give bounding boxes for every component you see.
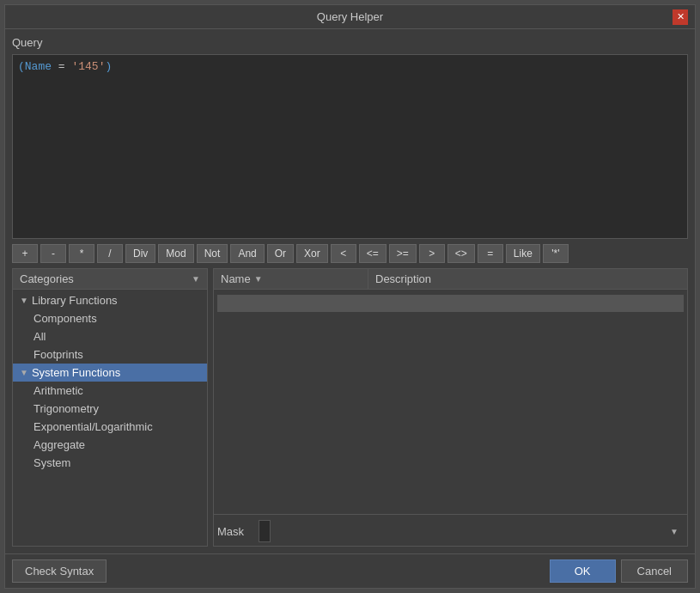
paren-open: ( xyxy=(18,60,25,73)
desc-col-label: Description xyxy=(375,272,431,285)
op-divide[interactable]: / xyxy=(97,244,123,263)
tree-item-aggregate-label: Aggregate xyxy=(33,438,85,451)
mask-select-wrapper: ▼ xyxy=(259,520,684,542)
tree-item-explog[interactable]: Exponential/Logarithmic xyxy=(13,418,207,436)
name-col-label: Name xyxy=(221,272,251,285)
op-neq[interactable]: <> xyxy=(447,244,475,263)
op-gt[interactable]: > xyxy=(419,244,445,263)
footer-left: Check Syntax xyxy=(12,559,107,583)
tree-arrow-system: ▼ xyxy=(20,368,28,377)
mask-label: Mask xyxy=(217,525,252,538)
tree-item-components[interactable]: Components xyxy=(13,309,207,327)
tree-item-footprints-label: Footprints xyxy=(33,348,83,361)
table-row[interactable] xyxy=(217,295,684,312)
tree-group-library[interactable]: ▼ Library Functions xyxy=(13,291,207,309)
right-panel-header: Name ▼ Description xyxy=(214,269,687,290)
middle-section: Categories ▼ ▼ Library Functions Compone… xyxy=(12,268,688,547)
tree-item-trigonometry[interactable]: Trigonometry xyxy=(13,400,207,418)
categories-label: Categories xyxy=(20,272,74,285)
operator-bar: + - * / Div Mod Not And Or Xor < <= >= >… xyxy=(12,244,688,263)
op-and[interactable]: And xyxy=(230,244,264,263)
tree-container: ▼ Library Functions Components All Footp… xyxy=(13,290,207,546)
dialog-footer: Check Syntax OK Cancel xyxy=(5,553,695,588)
dialog-title: Query Helper xyxy=(27,10,673,23)
op-mod[interactable]: Mod xyxy=(158,244,193,263)
op-not[interactable]: Not xyxy=(197,244,228,263)
op-multiply[interactable]: * xyxy=(69,244,94,263)
tree-item-components-label: Components xyxy=(33,312,97,325)
paren-close: ) xyxy=(105,60,112,73)
op-like[interactable]: Like xyxy=(506,244,540,263)
tree-item-arithmetic[interactable]: Arithmetic xyxy=(13,382,207,400)
categories-header: Categories ▼ xyxy=(13,269,207,290)
tree-item-system[interactable]: System xyxy=(13,454,207,472)
tree-group-library-label: Library Functions xyxy=(32,294,118,307)
query-code: (Name = '145') xyxy=(18,60,682,73)
query-label: Query xyxy=(12,36,688,49)
categories-panel: Categories ▼ ▼ Library Functions Compone… xyxy=(12,268,208,547)
categories-sort-icon: ▼ xyxy=(192,274,200,284)
check-syntax-button[interactable]: Check Syntax xyxy=(12,559,107,583)
tree-group-system[interactable]: ▼ System Functions xyxy=(13,364,207,382)
tree-item-all-label: All xyxy=(33,330,46,343)
kw-name: Name xyxy=(25,60,52,73)
desc-col-header[interactable]: Description xyxy=(368,269,687,289)
right-panel: Name ▼ Description Mask xyxy=(213,268,688,547)
tree-item-all[interactable]: All xyxy=(13,327,207,345)
query-editor[interactable]: (Name = '145') xyxy=(12,54,688,239)
op-gte[interactable]: >= xyxy=(389,244,417,263)
title-bar: Query Helper ✕ xyxy=(5,5,695,29)
tree-arrow-library: ▼ xyxy=(20,296,28,305)
name-col-sort-icon: ▼ xyxy=(254,274,263,284)
op-plus[interactable]: + xyxy=(12,244,38,263)
mask-select[interactable] xyxy=(259,520,271,542)
op-eq[interactable]: = xyxy=(478,244,503,263)
op-div[interactable]: Div xyxy=(125,244,155,263)
query-helper-dialog: Query Helper ✕ Query (Name = '145') + - … xyxy=(4,4,696,589)
op-lte[interactable]: <= xyxy=(359,244,387,263)
cancel-button[interactable]: Cancel xyxy=(621,559,688,583)
op-xor[interactable]: Xor xyxy=(296,244,328,263)
mask-dropdown-icon: ▼ xyxy=(670,527,679,536)
mask-row: Mask ▼ xyxy=(214,514,687,546)
tree-item-system-label: System xyxy=(33,456,70,469)
kw-val: '145' xyxy=(71,60,105,73)
tree-item-aggregate[interactable]: Aggregate xyxy=(13,436,207,454)
op-wildcard[interactable]: '*' xyxy=(543,244,569,263)
kw-eq: = xyxy=(52,60,71,73)
dialog-body: Query (Name = '145') + - * / Div Mod Not… xyxy=(5,29,695,553)
op-lt[interactable]: < xyxy=(331,244,356,263)
tree-item-explog-label: Exponential/Logarithmic xyxy=(33,420,153,433)
ok-button[interactable]: OK xyxy=(550,559,616,583)
right-panel-content xyxy=(214,290,687,514)
close-button[interactable]: ✕ xyxy=(673,9,688,25)
op-or[interactable]: Or xyxy=(267,244,294,263)
name-col-header[interactable]: Name ▼ xyxy=(214,269,368,289)
footer-right: OK Cancel xyxy=(550,559,688,583)
tree-item-footprints[interactable]: Footprints xyxy=(13,345,207,364)
tree-item-arithmetic-label: Arithmetic xyxy=(33,384,83,397)
tree-item-trigonometry-label: Trigonometry xyxy=(33,402,99,415)
tree-group-system-label: System Functions xyxy=(32,366,120,379)
op-minus[interactable]: - xyxy=(40,244,66,263)
